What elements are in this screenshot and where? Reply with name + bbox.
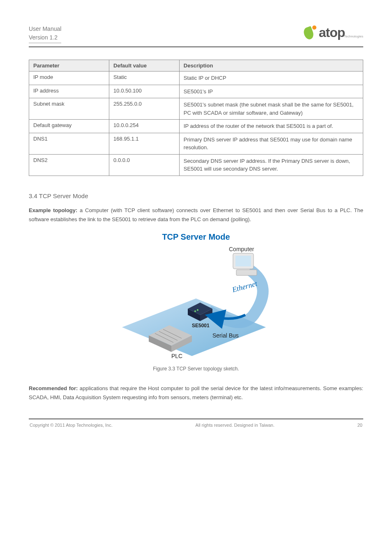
figure-caption: Figure 3.3 TCP Server topology sketch. (29, 366, 363, 372)
logo-subtext: Technologies (344, 35, 363, 38)
cell-default: 168.95.1.1 (109, 133, 180, 154)
th-description: Description (179, 60, 363, 72)
para-text: a Computer (with TCP client software) co… (29, 207, 363, 222)
computer-icon (233, 253, 257, 275)
device-label: SE5001 (192, 323, 210, 328)
divider (29, 419, 363, 419)
cell-desc: SE5001's subnet mask (the subnet mask sh… (179, 98, 363, 120)
serial-bus-label: Serial Bus (212, 332, 239, 339)
ethernet-label: Ethernet (231, 279, 258, 294)
cell-default: 255.255.0.0 (109, 98, 180, 120)
cell-param: Subnet mask (29, 98, 109, 120)
table-row: Default gateway 10.0.0.254 IP address of… (29, 120, 363, 133)
svg-point-8 (197, 309, 198, 311)
th-default: Default value (109, 60, 180, 72)
cell-desc: Secondary DNS server IP address. If the … (179, 154, 363, 176)
computer-label: Computer (229, 246, 254, 252)
cell-param: Default gateway (29, 120, 109, 133)
svg-rect-3 (236, 270, 257, 275)
cell-desc: IP address of the router of the network … (179, 120, 363, 133)
table-header-row: Parameter Default value Description (29, 60, 363, 72)
para-lead: Example topology: (29, 207, 77, 213)
para-text: applications that require the Host compu… (29, 385, 363, 400)
para-lead: Recommended for: (29, 385, 78, 391)
parameters-table: Parameter Default value Description IP m… (29, 60, 363, 176)
logo-text: atop (319, 25, 345, 40)
cell-param: IP address (29, 85, 109, 98)
logo: atop Technologies (302, 25, 363, 40)
table-row: DNS2 0.0.0.0 Secondary DNS server IP add… (29, 154, 363, 176)
paragraph: Recommended for: applications that requi… (29, 384, 363, 402)
table-row: Subnet mask 255.255.0.0 SE5001's subnet … (29, 98, 363, 120)
cell-param: DNS1 (29, 133, 109, 154)
cell-default: 10.0.50.100 (109, 85, 180, 98)
diagram: TCP Server Mode Ethernet (29, 232, 363, 362)
plc-label: PLC (171, 353, 182, 359)
table-row: IP address 10.0.50.100 SE5001's IP (29, 85, 363, 98)
cell-desc: Primary DNS server IP address that SE500… (179, 133, 363, 154)
cell-param: IP mode (29, 72, 109, 85)
divider (29, 46, 363, 47)
cell-default: 0.0.0.0 (109, 154, 180, 176)
tcp-server-diagram-svg: Ethernet Computer SE5001 Serial Bus (110, 245, 282, 360)
cell-default: Static (109, 72, 180, 85)
diagram-title: TCP Server Mode (29, 232, 363, 242)
footer-copyright: Copyright © 2011 Atop Technologies, Inc. (30, 423, 113, 428)
svg-point-7 (194, 310, 196, 312)
svg-rect-2 (235, 256, 251, 266)
doc-type: User Manual (29, 25, 61, 32)
cell-desc: SE5001's IP (179, 85, 363, 98)
doc-version: Version 1.2 (29, 34, 58, 41)
section-title: 3.4 TCP Server Mode (29, 192, 363, 199)
table-row: IP mode Static Static IP or DHCP (29, 72, 363, 85)
cell-default: 10.0.0.254 (109, 120, 180, 133)
footer: Copyright © 2011 Atop Technologies, Inc.… (29, 423, 363, 428)
page-number: 20 (357, 423, 362, 428)
logo-icon (302, 25, 318, 40)
th-parameter: Parameter (29, 60, 109, 72)
header-doc-info: User Manual Version 1.2 (29, 25, 61, 43)
table-row: DNS1 168.95.1.1 Primary DNS server IP ad… (29, 133, 363, 154)
cell-desc: Static IP or DHCP (179, 72, 363, 85)
cell-param: DNS2 (29, 154, 109, 176)
footer-rights: All rights reserved. Designed in Taiwan. (196, 423, 274, 428)
paragraph: Example topology: a Computer (with TCP c… (29, 206, 363, 224)
